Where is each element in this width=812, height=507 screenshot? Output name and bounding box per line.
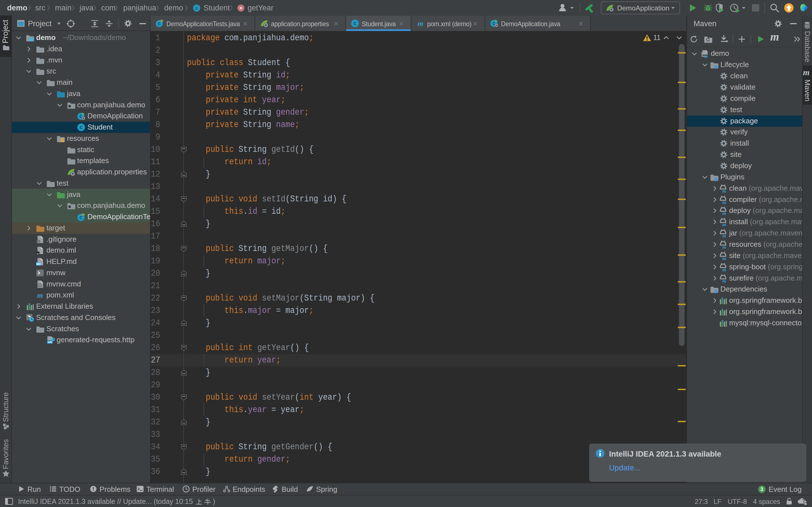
svg-text:C: C xyxy=(354,21,356,26)
svg-text:m: m xyxy=(722,211,726,215)
svg-text:m: m xyxy=(722,233,726,237)
svg-text:m: m xyxy=(722,222,726,226)
svg-text:C: C xyxy=(195,6,198,11)
svg-text:C: C xyxy=(80,125,83,130)
svg-text:C: C xyxy=(158,22,161,27)
svg-text:m: m xyxy=(722,244,726,249)
svg-text:m: m xyxy=(37,291,43,299)
svg-text:m: m xyxy=(722,267,726,271)
svg-text:m: m xyxy=(240,6,242,10)
svg-text:m: m xyxy=(722,278,726,283)
svg-text:m: m xyxy=(722,200,726,204)
svg-text:3: 3 xyxy=(760,487,763,492)
svg-text:MD: MD xyxy=(37,263,41,266)
svg-text:m: m xyxy=(722,256,726,260)
svg-text:API: API xyxy=(48,341,52,344)
svg-text:m: m xyxy=(722,188,726,193)
svg-text:m: m xyxy=(417,19,423,27)
svg-text:C: C xyxy=(80,216,82,221)
svg-text:m: m xyxy=(704,54,708,58)
